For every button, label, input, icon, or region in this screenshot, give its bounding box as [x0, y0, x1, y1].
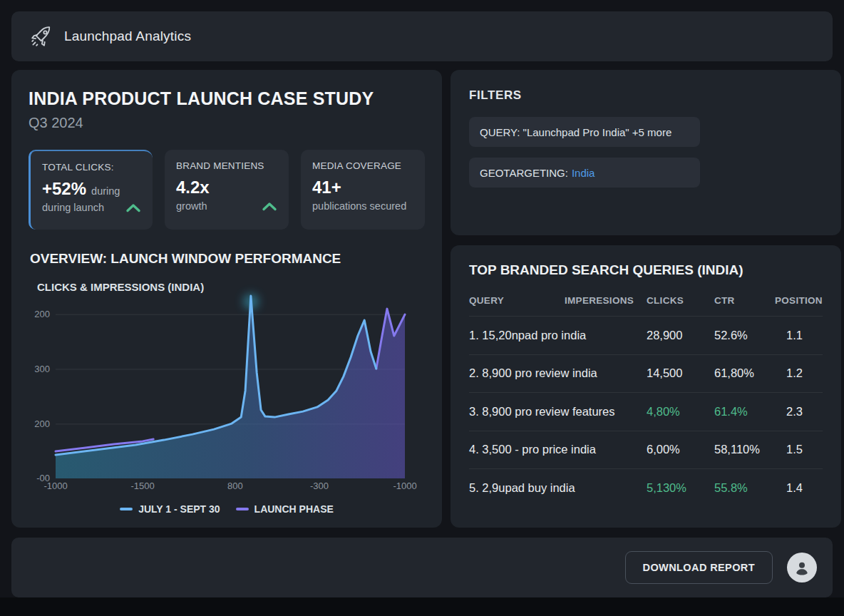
stat-value-suffix: during [91, 185, 120, 197]
clicks-cell: 5,130% [647, 481, 714, 495]
position-cell: 1.5 [775, 443, 823, 456]
user-avatar[interactable] [787, 553, 817, 582]
chart-x-axis: -1000-1500800-300-1000 [56, 481, 405, 493]
queries-title: TOP BRANDED SEARCH QUERIES (INDIA) [469, 262, 823, 278]
stat-cards: TOTAL CLICKS: +52% during during launch … [29, 150, 425, 230]
position-cell: 1.2 [775, 366, 823, 380]
person-icon [793, 558, 811, 577]
position-cell: 1.4 [775, 481, 823, 495]
filter-chip-label: QUERY: "Launchpad Pro India" +5 more [480, 126, 671, 138]
trend-up-icon [125, 203, 141, 212]
legend-swatch-blue [120, 508, 133, 510]
x-tick-label: -300 [310, 481, 329, 491]
col-position: POSITION [775, 295, 823, 306]
query-cell: 2. 8,900 pro review india [469, 366, 647, 380]
case-study-panel: INDIA PRODUCT LAUNCH CASE STUDY Q3 2024 … [11, 70, 442, 528]
x-tick-label: 800 [227, 481, 243, 491]
query-cell: 3. 8,900 pro review features [469, 405, 647, 419]
stat-card-brand-mentions[interactable]: BRAND MENTIENS 4.2x growth [165, 150, 289, 230]
clicks-cell: 4,80% [647, 405, 714, 419]
col-query: QUERY [469, 295, 565, 306]
y-tick-label: 200 [34, 419, 50, 429]
chart-legend: JULY 1 - SEPT 30 LAUNCH PHASE [29, 503, 425, 515]
ctr-cell: 58,110% [714, 443, 775, 456]
top-bar: Launchpad Analytics [11, 11, 833, 61]
stat-detail: during launch [42, 202, 104, 213]
ctr-cell: 52.6% [714, 329, 775, 342]
ctr-cell: 55.8% [714, 481, 775, 495]
filter-chip-query[interactable]: QUERY: "Launchpad Pro India" +5 more [469, 117, 700, 147]
download-report-button[interactable]: DOWNLOAD REPORT [625, 551, 773, 584]
rocket-icon [30, 25, 53, 48]
x-tick-label: -1000 [43, 481, 67, 491]
query-cell: 5. 2,9upad buy india [469, 481, 647, 495]
app-title: Launchpad Analytics [64, 29, 191, 44]
table-row: 2. 8,900 pro review india 14,500 61,80% … [469, 355, 823, 394]
dashboard-page: Launchpad Analytics INDIA PRODUCT LAUNCH… [0, 0, 844, 597]
position-cell: 2.3 [775, 405, 823, 419]
table-row: 1. 15,20npad pro india 28,900 52.6% 1.1 [469, 317, 823, 355]
filter-chip-label: GEOTARGETING: [480, 167, 568, 179]
x-tick-label: -1500 [130, 481, 154, 491]
bottom-edge [0, 597, 844, 616]
bottom-bar: DOWNLOAD REPORT [11, 538, 833, 597]
col-clicks: CLICKS [647, 295, 714, 306]
legend-swatch-purple [236, 508, 249, 510]
case-study-subtitle: Q3 2024 [29, 115, 425, 131]
clicks-cell: 28,900 [647, 329, 714, 342]
trend-up-icon [262, 202, 277, 211]
col-ctr: CTR [714, 295, 775, 306]
filters-title: FILTERS [469, 88, 823, 103]
filter-chip-geotargeting[interactable]: GEOTARGETING: India [469, 158, 700, 188]
clicks-cell: 14,500 [647, 366, 714, 380]
queries-panel: TOP BRANDED SEARCH QUERIES (INDIA) QUERY… [451, 245, 841, 528]
query-cell: 1. 15,20npad pro india [469, 329, 647, 342]
filters-panel: FILTERS QUERY: "Launchpad Pro India" +5 … [451, 70, 841, 235]
position-cell: 1.1 [775, 329, 823, 342]
stat-detail: growth [176, 200, 207, 212]
col-impressions: IMPERESIONS [565, 295, 647, 306]
ctr-cell: 61.4% [714, 405, 775, 419]
legend-label: JULY 1 - SEPT 30 [138, 503, 220, 515]
stat-value: 4.2x [176, 178, 210, 197]
stat-label: TOTAL CLICKS: [42, 162, 141, 173]
stat-detail: publications secured [312, 200, 406, 212]
y-tick-label: 200 [34, 309, 50, 319]
query-cell: 4. 3,500 - pro price india [469, 443, 647, 456]
filter-chip-value: India [572, 167, 595, 179]
chart-y-axis: 200300200-00 [29, 294, 56, 478]
table-header: QUERY IMPERESIONS CLICKS CTR POSITION [469, 295, 823, 317]
legend-item-july[interactable]: JULY 1 - SEPT 30 [120, 503, 220, 515]
stat-label: MEDIA COVERAGE [312, 160, 413, 171]
stat-card-total-clicks[interactable]: TOTAL CLICKS: +52% during during launch [29, 150, 153, 230]
chart-title: CLICKS & IMPRESSIONS (INDIA) [37, 281, 425, 293]
table-row: 3. 8,900 pro review features 4,80% 61.4%… [469, 393, 823, 431]
performance-chart: 200300200-00 [29, 294, 425, 478]
ctr-cell: 61,80% [714, 366, 775, 380]
case-study-title: INDIA PRODUCT LAUNCH CASE STUDY [29, 88, 425, 109]
legend-item-launch-phase[interactable]: LAUNCH PHASE [236, 503, 334, 515]
legend-label: LAUNCH PHASE [254, 503, 334, 515]
chart-plot-area [56, 294, 405, 478]
y-tick-label: 300 [34, 364, 50, 374]
overview-title: OVERVIEW: LAUNCH WINDOW PERFORMANCE [30, 251, 425, 267]
x-tick-label: -1000 [393, 481, 416, 491]
stat-value: +52% [42, 179, 86, 199]
stat-label: BRAND MENTIENS [176, 160, 277, 171]
stat-card-media-coverage[interactable]: MEDIA COVERAGE 41+ publications secured [301, 150, 425, 230]
clicks-cell: 6,00% [647, 443, 714, 456]
performance-chart-svg [56, 294, 405, 478]
table-row: 5. 2,9upad buy india 5,130% 55.8% 1.4 [469, 469, 823, 508]
stat-value: 41+ [312, 178, 341, 197]
table-row: 4. 3,500 - pro price india 6,00% 58,110%… [469, 431, 823, 470]
